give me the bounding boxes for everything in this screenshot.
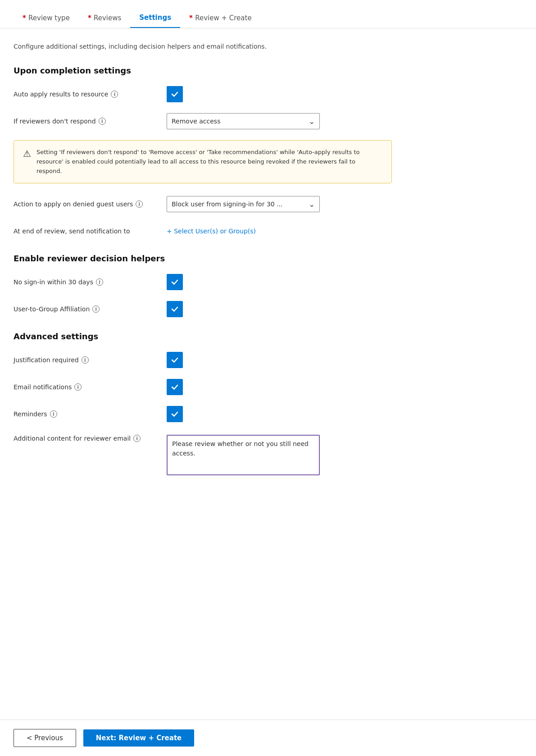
reminders-control [167,406,392,422]
tab-review-type[interactable]: Review type [14,9,79,27]
if-reviewers-dropdown[interactable]: Remove access ⌄ [167,113,320,129]
action-denied-label: Action to apply on denied guest users i [14,200,167,208]
user-group-row: User-to-Group Affiliation i [14,301,392,317]
justification-info-icon[interactable]: i [82,356,89,364]
nav-tabs: Review type Reviews Settings Review + Cr… [0,0,536,28]
no-signin-control [167,274,392,290]
reminders-label: Reminders i [14,410,167,418]
auto-apply-row: Auto apply results to resource i [14,86,392,102]
warning-icon: ⚠️ [23,148,31,159]
reminders-info-icon[interactable]: i [50,410,57,418]
send-notification-row: At end of review, send notification to +… [14,223,392,239]
action-denied-chevron-icon: ⌄ [309,200,315,209]
advanced-settings-section: Advanced settings Justification required… [14,332,392,475]
auto-apply-label: Auto apply results to resource i [14,91,167,98]
tab-review-create-label: Review + Create [195,14,251,22]
additional-content-label: Additional content for reviewer email i [14,435,167,442]
completion-settings-header: Upon completion settings [14,66,392,75]
bottom-nav: < Previous Next: Review + Create [0,720,536,756]
warning-text: Setting 'If reviewers don't respond' to … [36,148,382,176]
user-group-checkbox[interactable] [167,301,183,317]
next-button[interactable]: Next: Review + Create [83,729,195,747]
tab-reviews-label: Reviews [94,14,121,22]
additional-content-info-icon[interactable]: i [133,435,141,442]
chevron-down-icon: ⌄ [309,117,315,126]
user-group-info-icon[interactable]: i [92,305,100,313]
if-reviewers-dropdown-value: Remove access [172,118,220,125]
additional-content-control: Please review whether or not you still n… [167,435,392,475]
select-users-groups-link[interactable]: + Select User(s) or Group(s) [167,228,256,235]
email-notifications-control [167,379,392,395]
email-notifications-label: Email notifications i [14,383,167,391]
page-description: Configure additional settings, including… [14,42,392,51]
auto-apply-checkbox[interactable] [167,86,183,102]
action-denied-dropdown[interactable]: Block user from signing-in for 30 ... ⌄ [167,196,320,212]
decision-helpers-header: Enable reviewer decision helpers [14,254,392,263]
email-notifications-checkbox[interactable] [167,379,183,395]
auto-apply-control [167,86,392,102]
tab-review-type-label: Review type [28,14,70,22]
no-signin-checkbox[interactable] [167,274,183,290]
advanced-settings-header: Advanced settings [14,332,392,341]
action-denied-row: Action to apply on denied guest users i … [14,196,392,212]
email-notifications-row: Email notifications i [14,379,392,395]
justification-control [167,352,392,368]
action-denied-control: Block user from signing-in for 30 ... ⌄ [167,196,392,212]
auto-apply-info-icon[interactable]: i [111,91,118,98]
reminders-row: Reminders i [14,406,392,422]
additional-content-row: Additional content for reviewer email i … [14,433,392,475]
action-denied-dropdown-value: Block user from signing-in for 30 ... [172,200,283,208]
send-notification-control: + Select User(s) or Group(s) [167,228,392,235]
no-signin-row: No sign-in within 30 days i [14,274,392,290]
email-notifications-info-icon[interactable]: i [74,383,82,391]
justification-label: Justification required i [14,356,167,364]
completion-settings-section: Upon completion settings Auto apply resu… [14,66,392,239]
user-group-control [167,301,392,317]
warning-box: ⚠️ Setting 'If reviewers don't respond' … [14,140,392,183]
no-signin-label: No sign-in within 30 days i [14,278,167,286]
tab-settings[interactable]: Settings [130,8,180,28]
tab-reviews[interactable]: Reviews [79,9,130,27]
justification-row: Justification required i [14,352,392,368]
if-reviewers-info-icon[interactable]: i [99,118,106,125]
if-reviewers-row: If reviewers don't respond i Remove acce… [14,113,392,129]
tab-review-create[interactable]: Review + Create [180,9,261,27]
main-content: Configure additional settings, including… [0,28,405,545]
no-signin-info-icon[interactable]: i [96,278,103,286]
if-reviewers-control: Remove access ⌄ [167,113,392,129]
send-notification-label: At end of review, send notification to [14,228,167,235]
action-denied-info-icon[interactable]: i [136,200,143,208]
tab-settings-label: Settings [139,14,171,22]
previous-button[interactable]: < Previous [14,729,76,747]
if-reviewers-label: If reviewers don't respond i [14,118,167,125]
additional-content-textarea[interactable]: Please review whether or not you still n… [167,435,320,475]
justification-checkbox[interactable] [167,352,183,368]
reminders-checkbox[interactable] [167,406,183,422]
user-group-label: User-to-Group Affiliation i [14,305,167,313]
decision-helpers-section: Enable reviewer decision helpers No sign… [14,254,392,317]
